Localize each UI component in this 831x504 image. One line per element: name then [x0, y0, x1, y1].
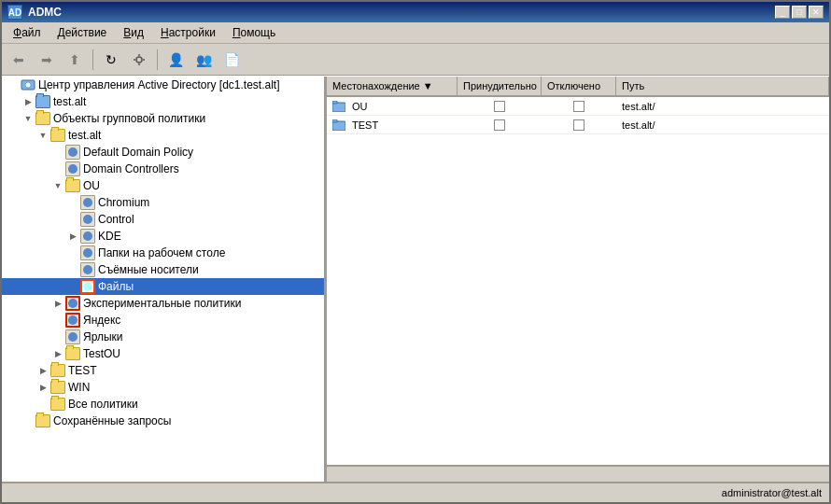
- gpo-icon-yarlyki: [65, 329, 80, 344]
- expander-test-alt-1[interactable]: ▶: [21, 94, 35, 109]
- gpo-icon-exp: [65, 296, 80, 311]
- tree-node-control[interactable]: Control: [2, 211, 324, 228]
- tree-node-test-label: TEST: [68, 364, 97, 377]
- gpo-icon-yandex: [65, 313, 80, 328]
- close-button[interactable]: ✕: [809, 6, 824, 19]
- menu-settings[interactable]: Настройки: [153, 24, 223, 41]
- tree-node-test-alt-1[interactable]: ▶ test.alt: [2, 93, 324, 110]
- tree-node-papki-label: Папки на рабочем столе: [98, 246, 225, 259]
- col-header-disabled[interactable]: Отключено: [542, 77, 616, 95]
- col-header-forced[interactable]: Принудительно: [458, 77, 542, 95]
- horizontal-scrollbar[interactable]: [327, 466, 829, 483]
- checkbox-test-disabled[interactable]: [573, 119, 585, 131]
- svg-rect-10: [332, 119, 337, 122]
- main-window: AD ADMC _ □ ✕ Файл Действие Вид Настройк…: [0, 0, 831, 504]
- toolbar-sep-1: [92, 49, 93, 70]
- list-cell-ou-forced: [458, 100, 542, 113]
- list-row-ou[interactable]: OU test.alt/: [327, 97, 829, 116]
- svg-point-0: [136, 57, 142, 63]
- menubar: Файл Действие Вид Настройки Помощь: [2, 22, 829, 44]
- title-bar-left: AD ADMC: [7, 5, 62, 20]
- maximize-button[interactable]: □: [792, 6, 807, 19]
- tree-node-default-domain[interactable]: Default Domain Policy: [2, 144, 324, 161]
- gpo-icon-semnye: [80, 262, 95, 277]
- tree-node-domain-controllers[interactable]: Domain Controllers: [2, 161, 324, 177]
- list-items: OU test.alt/: [327, 97, 829, 465]
- tree-node-papki[interactable]: Папки на рабочем столе: [2, 245, 324, 261]
- tree-node-root[interactable]: Центр управления Active Directory [dc1.t…: [2, 77, 324, 93]
- tree-node-vse-politiki[interactable]: Все политики: [2, 396, 324, 413]
- expander-ou[interactable]: ▼: [50, 178, 65, 193]
- list-cell-test-disabled: [542, 119, 616, 132]
- tree-node-ou[interactable]: ▼ OU: [2, 177, 324, 194]
- checkbox-ou-forced[interactable]: [494, 101, 505, 112]
- tree-node-faily[interactable]: Файлы: [2, 278, 324, 295]
- checkbox-test-forced[interactable]: [494, 119, 505, 131]
- col-header-location[interactable]: Местонахождение ▼: [327, 77, 458, 95]
- gpo-icon-chromium: [80, 195, 95, 210]
- svg-point-1: [138, 54, 140, 56]
- tree-node-saved-queries[interactable]: Сохранённые запросы: [2, 413, 324, 429]
- svg-point-6: [25, 82, 31, 88]
- settings-button[interactable]: [126, 48, 152, 72]
- expander-gpo-objects[interactable]: ▼: [21, 111, 35, 126]
- tree-node-kde[interactable]: ▶ KDE: [2, 228, 324, 245]
- menu-action[interactable]: Действие: [50, 24, 115, 41]
- tree-node-test[interactable]: ▶ TEST: [2, 362, 324, 379]
- col-header-path[interactable]: Путь: [616, 77, 829, 95]
- forward-button[interactable]: ➡: [34, 48, 60, 72]
- main-content: Центр управления Active Directory [dc1.t…: [2, 76, 829, 482]
- folder-icon-2: [50, 128, 65, 143]
- tree-node-chromium[interactable]: Chromium: [2, 194, 324, 211]
- right-panel: Местонахождение ▼ Принудительно Отключен…: [327, 77, 829, 482]
- list-row-test[interactable]: TEST test.alt/: [327, 116, 829, 134]
- back-button[interactable]: ⬅: [6, 48, 32, 72]
- tree-node-gpo-objects[interactable]: ▼ Объекты групповой политики: [2, 110, 324, 127]
- users-button[interactable]: 👥: [190, 48, 217, 72]
- tree-node-win-label: WIN: [68, 381, 90, 394]
- expander-exp-politiki[interactable]: ▶: [50, 296, 65, 311]
- toolbar: ⬅ ➡ ⬆ ↻ 👤 👥 📄: [2, 44, 829, 76]
- tree-node-default-domain-label: Default Domain Policy: [83, 146, 193, 159]
- col-location-sort: ▼: [423, 80, 433, 91]
- expander-testou[interactable]: ▶: [50, 346, 65, 361]
- folder-blue-icon: [35, 94, 50, 109]
- tree-node-test-alt-2[interactable]: ▼ test.alt: [2, 127, 324, 144]
- toolbar-sep-2: [157, 49, 158, 70]
- gpo-icon-default: [65, 145, 80, 160]
- tree-node-testou[interactable]: ▶ TestOU: [2, 345, 324, 362]
- menu-view[interactable]: Вид: [116, 24, 151, 41]
- expander-test[interactable]: ▶: [35, 363, 50, 378]
- new-button[interactable]: 📄: [218, 48, 245, 72]
- tree-node-test-alt-1-label: test.alt: [53, 95, 86, 108]
- tree-node-semnye[interactable]: Съёмные носители: [2, 261, 324, 278]
- expander-test-alt-2[interactable]: ▼: [35, 128, 50, 143]
- tree-node-yarlyki[interactable]: Ярлыки: [2, 329, 324, 345]
- up-button[interactable]: ⬆: [62, 48, 88, 72]
- menu-help[interactable]: Помощь: [225, 24, 283, 41]
- user-button[interactable]: 👤: [162, 48, 189, 72]
- tree-panel: Центр управления Active Directory [dc1.t…: [2, 77, 327, 482]
- tree-node-yandex[interactable]: Яндекс: [2, 312, 324, 329]
- checkbox-ou-disabled[interactable]: [573, 101, 585, 112]
- tree-node-saved-queries-label: Сохранённые запросы: [53, 414, 171, 427]
- tree-node-win[interactable]: ▶ WIN: [2, 379, 324, 396]
- gpo-icon-dc: [65, 161, 80, 176]
- menu-file[interactable]: Файл: [6, 24, 49, 41]
- folder-icon-gpo: [35, 111, 50, 126]
- tree-node-exp-politiki[interactable]: ▶ Экспериментальные политики: [2, 295, 324, 312]
- list-ou-name: OU: [352, 101, 368, 112]
- tree-node-vse-politiki-label: Все политики: [68, 398, 138, 411]
- expander-kde[interactable]: ▶: [65, 229, 80, 244]
- folder-icon-saved: [35, 413, 50, 428]
- tree-node-root-label: Центр управления Active Directory [dc1.t…: [38, 78, 280, 91]
- minimize-button[interactable]: _: [775, 6, 790, 19]
- folder-icon-ou: [65, 178, 80, 193]
- tree-node-testou-label: TestOU: [83, 347, 120, 360]
- col-location-label: Местонахождение: [332, 80, 420, 91]
- gpo-icon-papki: [80, 245, 95, 260]
- tree-node-chromium-label: Chromium: [98, 196, 149, 209]
- list-cell-ou-path: test.alt/: [616, 100, 829, 113]
- refresh-button[interactable]: ↻: [98, 48, 124, 72]
- expander-win[interactable]: ▶: [35, 380, 50, 395]
